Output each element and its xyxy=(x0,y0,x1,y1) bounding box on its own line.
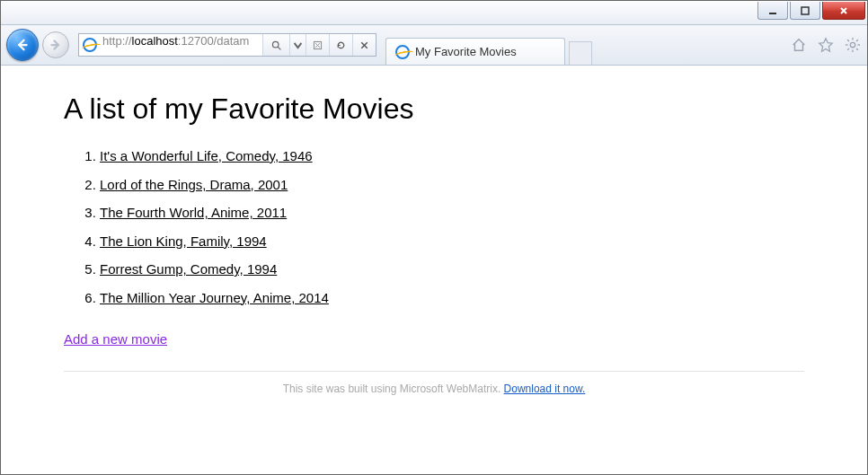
minimize-icon xyxy=(767,5,778,16)
forward-button[interactable] xyxy=(42,31,69,58)
home-icon xyxy=(791,37,807,53)
svg-point-6 xyxy=(272,41,279,48)
close-icon xyxy=(838,5,849,16)
stop-icon xyxy=(359,40,370,51)
browser-toolbar: http://localhost:12700/datam My Favorite… xyxy=(1,25,867,66)
favorites-button[interactable] xyxy=(817,36,835,54)
movie-link[interactable]: It's a Wonderful Life, Comedy, 1946 xyxy=(100,148,313,163)
svg-line-7 xyxy=(278,47,280,49)
tools-button[interactable] xyxy=(844,36,862,54)
stop-button[interactable] xyxy=(352,34,376,56)
home-button[interactable] xyxy=(790,36,808,54)
footer-download-link[interactable]: Download it now. xyxy=(504,383,586,395)
list-item: The Million Year Journey, Anime, 2014 xyxy=(100,284,804,312)
window-titlebar xyxy=(1,1,867,25)
list-item: The Fourth World, Anime, 2011 xyxy=(100,198,804,227)
ie-logo-icon xyxy=(83,38,97,52)
svg-line-19 xyxy=(856,48,858,50)
movie-link[interactable]: Lord of the Rings, Drama, 2001 xyxy=(100,177,288,192)
url-host: localhost xyxy=(132,34,178,48)
svg-rect-1 xyxy=(802,7,809,14)
footer: This site was built using Microsoft WebM… xyxy=(64,383,804,395)
url-path: /datam xyxy=(214,34,250,48)
tab-title: My Favorite Movies xyxy=(415,45,517,58)
arrow-right-icon xyxy=(48,37,64,53)
close-button[interactable] xyxy=(822,2,865,20)
url-port: :12700 xyxy=(178,34,214,48)
refresh-icon xyxy=(335,40,347,51)
maximize-icon xyxy=(800,5,810,16)
list-item: It's a Wonderful Life, Comedy, 1946 xyxy=(100,142,804,171)
search-dropdown-button[interactable] xyxy=(289,34,306,56)
movie-link[interactable]: Forrest Gump, Comedy, 1994 xyxy=(100,261,277,277)
arrow-left-icon xyxy=(14,37,31,53)
svg-line-20 xyxy=(856,40,858,41)
chevron-down-icon xyxy=(292,40,304,51)
url-input[interactable]: http://localhost:12700/datam xyxy=(101,34,262,56)
back-button[interactable] xyxy=(6,29,39,61)
footer-separator xyxy=(64,371,804,372)
gear-icon xyxy=(845,37,861,53)
list-item: The Lion King, Family, 1994 xyxy=(100,227,804,256)
movie-link[interactable]: The Million Year Journey, Anime, 2014 xyxy=(100,290,329,305)
maximize-button[interactable] xyxy=(790,2,820,20)
tab-favicon-icon xyxy=(395,45,410,59)
svg-point-13 xyxy=(850,42,855,47)
compat-view-button[interactable] xyxy=(306,34,329,56)
page-content: A list of my Favorite Movies It's a Wond… xyxy=(1,66,867,413)
add-movie-link[interactable]: Add a new movie xyxy=(64,331,167,347)
site-icon xyxy=(79,34,101,56)
refresh-button[interactable] xyxy=(329,34,352,56)
movie-link[interactable]: The Lion King, Family, 1994 xyxy=(100,233,267,249)
star-icon xyxy=(818,37,834,53)
window-controls xyxy=(757,1,867,20)
url-proto: http:// xyxy=(102,34,132,48)
list-item: Lord of the Rings, Drama, 2001 xyxy=(100,171,804,199)
command-bar xyxy=(790,36,862,54)
minimize-button[interactable] xyxy=(757,2,788,20)
footer-text: This site was built using Microsoft WebM… xyxy=(283,383,504,395)
list-item: Forrest Gump, Comedy, 1994 xyxy=(100,255,804,284)
compat-icon xyxy=(312,40,323,51)
svg-line-18 xyxy=(847,40,849,41)
search-icon xyxy=(270,40,282,51)
search-button[interactable] xyxy=(262,34,289,56)
svg-line-21 xyxy=(847,48,849,50)
address-bar: http://localhost:12700/datam xyxy=(78,33,376,57)
movie-link[interactable]: The Fourth World, Anime, 2011 xyxy=(100,205,287,220)
browser-tab[interactable]: My Favorite Movies xyxy=(385,38,565,65)
new-tab-button[interactable] xyxy=(569,41,592,65)
movie-list: It's a Wonderful Life, Comedy, 1946 Lord… xyxy=(64,142,804,312)
page-heading: A list of my Favorite Movies xyxy=(64,92,804,126)
